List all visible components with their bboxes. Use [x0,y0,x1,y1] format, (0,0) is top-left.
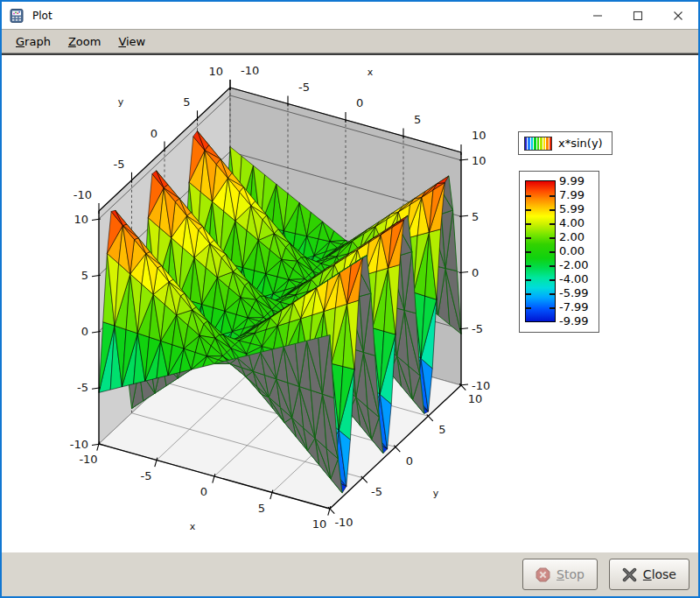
colorbar-label: 0.00 [559,244,584,257]
svg-text:0: 0 [81,325,88,338]
legend-label: x*sin(y) [558,137,603,150]
colorbar-label: 4.00 [559,216,584,229]
colorbar-label: 2.00 [559,230,584,243]
window-title: Plot [32,10,52,22]
svg-text:0: 0 [472,266,479,279]
colorbar-tick [550,307,555,309]
colorbar-label: -2.00 [559,258,589,271]
colorbar-label: 7.99 [559,188,584,201]
svg-text:5: 5 [414,113,421,126]
close-button[interactable]: Close [609,559,690,590]
legend: x*sin(y) [518,131,612,155]
svg-text:x: x [190,521,196,532]
colorbar-label: 5.99 [559,202,584,215]
svg-text:5: 5 [438,423,445,436]
svg-text:0: 0 [200,485,207,498]
legend-swatch-stripe [525,137,527,150]
legend-color-swatch [524,137,552,151]
close-icon [673,11,683,21]
colorbar-tick [526,209,531,211]
colorbar-tick [550,279,555,281]
colorbar-label: 9.99 [559,174,584,187]
colorbar-tick [526,251,531,253]
colorbar: 9.997.995.994.002.000.00-2.00-4.00-5.99-… [519,171,599,333]
stop-button[interactable]: Stop [522,559,598,590]
menu-graph[interactable]: Graph [7,32,60,52]
svg-text:5: 5 [183,95,190,109]
svg-text:-10: -10 [472,379,490,392]
legend-swatch-stripe [540,137,542,150]
colorbar-tick [550,195,555,197]
svg-text:-5: -5 [114,158,125,171]
colorbar-tick [526,293,531,295]
colorbar-tick [526,237,531,239]
svg-text:0: 0 [150,127,158,140]
svg-text:10: 10 [74,213,88,226]
svg-text:5: 5 [258,502,265,515]
svg-text:-5: -5 [298,81,310,94]
svg-text:0: 0 [406,454,413,468]
legend-swatch-stripe [528,137,529,150]
titlebar[interactable]: Plot [2,2,698,29]
svg-text:10: 10 [208,65,223,78]
colorbar-tick [526,195,531,197]
colorbar-tick [526,223,531,225]
minimize-icon [592,11,603,21]
colorbar-label: -7.99 [559,300,589,313]
colorbar-tick [526,307,531,309]
svg-text:5: 5 [81,269,88,282]
legend-swatch-stripe [531,137,533,150]
minimize-button[interactable] [578,2,618,29]
svg-text:-10: -10 [241,64,259,77]
colorbar-tick [550,265,555,267]
stop-icon [536,567,550,582]
svg-text:y: y [433,488,439,499]
svg-text:0: 0 [356,96,363,109]
legend-swatch-stripe [546,137,548,150]
maximize-icon [633,11,643,21]
colorbar-tick [550,237,555,239]
svg-text:10: 10 [312,517,327,531]
svg-text:-10: -10 [79,453,97,466]
colorbar-tick [550,209,555,211]
svg-text:10: 10 [472,154,486,167]
legend-swatch-stripe [543,137,545,150]
close-button-icon [622,567,637,582]
maximize-button[interactable] [618,2,658,29]
svg-text:10: 10 [472,129,486,142]
close-label: Close [643,567,676,581]
menu-view[interactable]: View [109,32,154,52]
colorbar-tick [550,223,555,225]
svg-text:y: y [118,96,124,108]
svg-text:-5: -5 [371,485,382,498]
svg-text:-5: -5 [77,381,88,394]
close-window-button[interactable] [658,2,698,29]
caption-buttons [578,2,698,29]
menubar: Graph Zoom View [2,29,698,55]
app-icon [10,9,24,23]
svg-text:-10: -10 [334,516,353,529]
colorbar-tick [550,251,555,253]
legend-swatch-stripe [550,137,551,150]
svg-text:10: 10 [468,392,483,405]
svg-text:-10: -10 [74,188,92,201]
svg-text:x: x [368,67,374,78]
colorbar-label: -5.99 [559,286,589,299]
svg-text:5: 5 [472,210,479,223]
colorbar-tick [550,293,555,295]
menu-zoom[interactable]: Zoom [60,32,109,52]
plot-window: Plot Graph Zoom View -10-10-5-500551010-… [0,0,700,598]
legend-swatch-stripe [534,137,536,150]
legend-swatch-stripe [537,137,539,150]
button-bar: Stop Close [2,552,698,596]
colorbar-tick [526,279,531,281]
plot-area: -10-10-5-500551010-10-10-5-5005510101010… [2,55,698,552]
colorbar-label: -9.99 [559,314,589,327]
svg-text:-5: -5 [472,322,483,335]
svg-text:-10: -10 [70,438,88,451]
svg-text:-5: -5 [141,469,152,482]
stop-label: Stop [556,567,584,581]
colorbar-gradient [525,180,556,322]
colorbar-label: -4.00 [559,272,589,285]
colorbar-tick [526,265,531,267]
